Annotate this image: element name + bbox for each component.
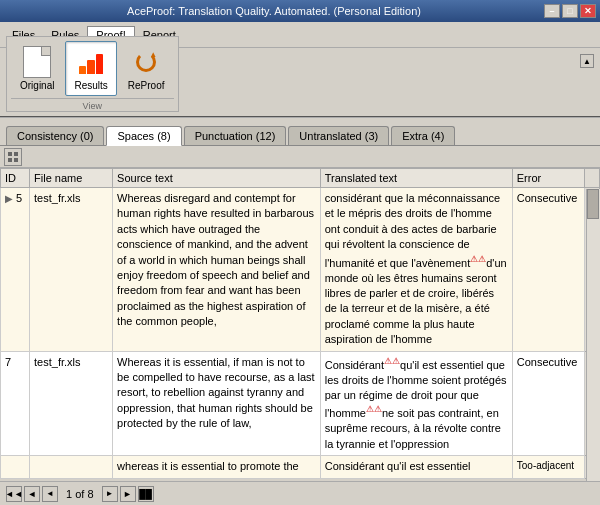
row-arrow: ▶ <box>5 193 13 204</box>
reproof-icon: ▲ <box>130 46 162 78</box>
page-next-button[interactable]: ► <box>120 486 136 502</box>
warn-icon-2: ⚠⚠ <box>384 356 400 366</box>
page-first-button[interactable]: ◄◄ <box>6 486 22 502</box>
cell-filename <box>30 456 113 478</box>
cell-translated: Considérant qu'il est essentiel <box>320 456 512 478</box>
cell-source: whereas it is essential to promote the <box>113 456 321 478</box>
maximize-button[interactable]: □ <box>562 4 578 18</box>
svg-rect-2 <box>8 158 12 162</box>
scrollbar-thumb[interactable] <box>587 189 599 219</box>
cell-translated: considérant que la méconnaissance et le … <box>320 188 512 352</box>
pagination-bar: ◄◄ ◄ ◄ 1 of 8 ► ► ██ <box>0 481 600 505</box>
cell-translated: Considérant⚠⚠qu'il est essentiel que les… <box>320 351 512 456</box>
vertical-scrollbar[interactable] <box>586 189 600 481</box>
cell-id: 7 <box>1 351 30 456</box>
table-toolbar <box>0 146 600 168</box>
tab-untranslated[interactable]: Untranslated (3) <box>288 126 389 145</box>
scroll-header <box>585 169 600 188</box>
cell-error: Consecutive <box>512 351 585 456</box>
col-header-filename: File name <box>30 169 113 188</box>
toolbar: Original Results ▲ <box>0 48 600 118</box>
page-prev-button[interactable]: ◄ <box>24 486 40 502</box>
cell-error: Too-adjacent <box>512 456 585 478</box>
window-controls: – □ ✕ <box>544 4 596 18</box>
tab-punctuation[interactable]: Punctuation (12) <box>184 126 287 145</box>
cell-filename: test_fr.xls <box>30 188 113 352</box>
svg-rect-1 <box>14 152 18 156</box>
collapse-button[interactable]: ▲ <box>580 54 594 68</box>
col-header-translated: Translated text <box>320 169 512 188</box>
cell-id: ▶ 5 <box>1 188 30 352</box>
minimize-button[interactable]: – <box>544 4 560 18</box>
table-row[interactable]: ▶ 5 test_fr.xls Whereas disregard and co… <box>1 188 600 352</box>
page-last-button[interactable]: ██ <box>138 486 154 502</box>
col-header-error: Error <box>512 169 585 188</box>
cell-source: Whereas it is essential, if man is not t… <box>113 351 321 456</box>
svg-rect-0 <box>8 152 12 156</box>
warn-icon-1: ⚠⚠ <box>470 254 486 264</box>
cell-source: Whereas disregard and contempt for human… <box>113 188 321 352</box>
col-header-source: Source text <box>113 169 321 188</box>
tab-extra[interactable]: Extra (4) <box>391 126 455 145</box>
page-indicator: 1 of 8 <box>60 488 100 500</box>
warn-icon-3: ⚠⚠ <box>366 404 382 414</box>
results-table: ID File name Source text Translated text… <box>0 168 600 479</box>
reproof-label: ReProof <box>128 80 165 91</box>
close-button[interactable]: ✕ <box>580 4 596 18</box>
results-icon <box>75 46 107 78</box>
svg-rect-3 <box>14 158 18 162</box>
table-wrapper: ID File name Source text Translated text… <box>0 168 600 505</box>
original-icon <box>21 46 53 78</box>
page-next-small[interactable]: ► <box>102 486 118 502</box>
table-scroll: ID File name Source text Translated text… <box>0 168 600 481</box>
reproof-button[interactable]: ▲ ReProof <box>119 41 174 96</box>
tab-consistency[interactable]: Consistency (0) <box>6 126 104 145</box>
col-header-id: ID <box>1 169 30 188</box>
content-area: Consistency (0) Spaces (8) Punctuation (… <box>0 118 600 505</box>
app-title: AceProof: Translation Quality. Automated… <box>4 5 544 17</box>
title-bar: AceProof: Translation Quality. Automated… <box>0 0 600 22</box>
table-toolbar-button[interactable] <box>4 148 22 166</box>
results-button[interactable]: Results <box>65 41 116 96</box>
table-row[interactable]: whereas it is essential to promote the C… <box>1 456 600 478</box>
toolbar-group-label: View <box>11 98 174 111</box>
cell-id <box>1 456 30 478</box>
original-label: Original <box>20 80 54 91</box>
results-label: Results <box>74 80 107 91</box>
page-prev-small[interactable]: ◄ <box>42 486 58 502</box>
cell-filename: test_fr.xls <box>30 351 113 456</box>
tabs-container: Consistency (0) Spaces (8) Punctuation (… <box>0 118 600 146</box>
cell-error: Consecutive <box>512 188 585 352</box>
tab-spaces[interactable]: Spaces (8) <box>106 126 181 146</box>
table-row[interactable]: 7 test_fr.xls Whereas it is essential, i… <box>1 351 600 456</box>
original-button[interactable]: Original <box>11 41 63 96</box>
